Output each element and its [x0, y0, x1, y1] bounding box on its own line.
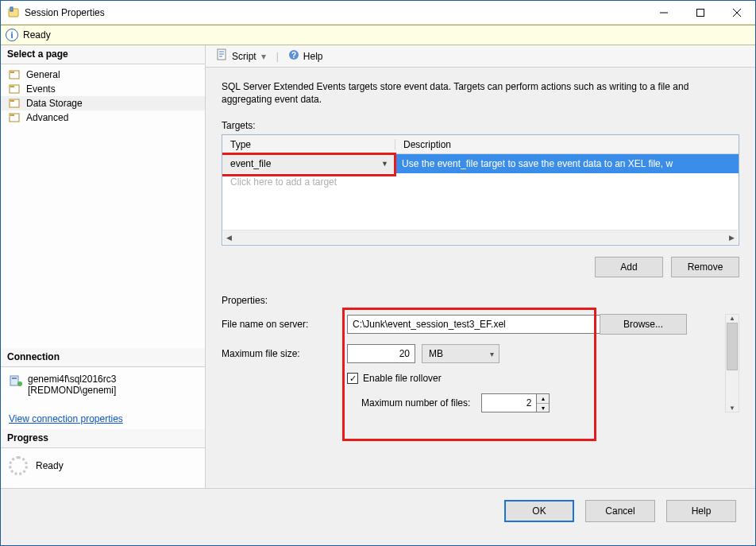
scroll-left-icon[interactable]: ◀ — [226, 234, 232, 242]
svg-point-16 — [17, 381, 22, 386]
horizontal-scrollbar[interactable]: ◀ ▶ — [223, 230, 738, 244]
page-label: General — [26, 69, 60, 80]
max-files-input[interactable] — [481, 393, 537, 412]
right-panel: Script ▾ | ? Help SQL Server Extended Ev… — [206, 45, 755, 488]
status-strip: i Ready — [1, 25, 755, 45]
page-icon — [9, 112, 21, 123]
svg-rect-7 — [10, 72, 14, 73]
svg-rect-15 — [12, 378, 17, 379]
browse-button[interactable]: Browse... — [600, 314, 687, 335]
minimize-button[interactable] — [646, 1, 682, 25]
content-area: SQL Server Extended Events targets store… — [206, 68, 755, 488]
scroll-down-icon[interactable]: ▼ — [729, 405, 735, 412]
script-button[interactable]: Script ▾ — [210, 46, 273, 66]
info-icon: i — [6, 29, 18, 41]
file-name-label: File name on server: — [222, 319, 341, 330]
close-button[interactable] — [719, 1, 755, 25]
maximize-button[interactable] — [682, 1, 719, 25]
enable-rollover-label: Enable file rollover — [363, 373, 442, 384]
svg-rect-3 — [697, 9, 704, 16]
page-item-advanced[interactable]: Advanced — [1, 110, 205, 125]
page-icon — [9, 98, 21, 109]
status-text: Ready — [23, 29, 51, 41]
ok-button[interactable]: OK — [504, 500, 574, 522]
page-label: Data Storage — [26, 98, 83, 109]
max-size-label: Maximum file size: — [222, 348, 341, 359]
grid-row[interactable]: event_file ▼ Use the event_file target t… — [222, 154, 739, 173]
connection-server: genemi4f\sql2016rc3 — [9, 374, 197, 385]
page-icon — [9, 69, 21, 80]
page-description: SQL Server Extended Events targets store… — [222, 80, 739, 106]
targets-grid: Type Description event_file ▼ Use the ev… — [222, 134, 739, 246]
help-button[interactable]: Help — [666, 500, 736, 522]
target-description-cell[interactable]: Use the event_file target to save the ev… — [395, 154, 739, 173]
window-title: Session Properties — [25, 7, 105, 18]
target-type-value: event_file — [230, 158, 271, 169]
cancel-button[interactable]: Cancel — [585, 500, 655, 522]
scroll-up-icon[interactable]: ▲ — [729, 315, 735, 322]
column-header-description[interactable]: Description — [395, 139, 739, 150]
enable-rollover-checkbox[interactable]: ✓ — [347, 373, 358, 384]
page-icon — [9, 83, 21, 95]
svg-rect-1 — [10, 7, 13, 11]
scroll-right-icon[interactable]: ▶ — [729, 234, 735, 242]
grid-header: Type Description — [222, 135, 739, 154]
scrollbar-thumb[interactable] — [727, 323, 738, 370]
svg-rect-11 — [10, 100, 14, 102]
page-label: Events — [26, 83, 56, 95]
max-files-label: Maximum number of files: — [361, 397, 470, 409]
svg-rect-9 — [10, 86, 14, 87]
max-files-stepper[interactable]: ▲▼ — [481, 393, 550, 412]
title-bar: Session Properties — [1, 1, 755, 25]
target-type-dropdown[interactable]: event_file ▼ — [222, 154, 395, 173]
dropdown-icon[interactable]: ▾ — [260, 51, 268, 62]
svg-text:?: ? — [291, 51, 296, 60]
spinner-buttons[interactable]: ▲▼ — [537, 393, 550, 412]
svg-rect-14 — [10, 376, 18, 385]
help-label: Help — [303, 51, 323, 62]
help-icon: ? — [287, 48, 300, 64]
app-icon — [7, 6, 20, 19]
server-icon — [9, 374, 23, 390]
page-item-events[interactable]: Events — [1, 82, 205, 96]
properties-label: Properties: — [222, 295, 739, 306]
dialog-footer: OK Cancel Help — [1, 488, 755, 532]
spinner-icon — [9, 456, 28, 475]
help-button[interactable]: ? Help — [282, 46, 329, 66]
size-unit-select[interactable]: MB — [422, 344, 499, 363]
page-item-general[interactable]: General — [1, 68, 205, 82]
connection-info: genemi4f\sql2016rc3 [REDMOND\genemi] — [1, 367, 205, 402]
chevron-down-icon: ▼ — [381, 160, 388, 168]
max-size-input[interactable] — [347, 344, 415, 363]
select-page-header: Select a page — [1, 45, 205, 64]
remove-button[interactable]: Remove — [671, 257, 739, 277]
connection-header: Connection — [1, 348, 205, 367]
vertical-scrollbar[interactable]: ▲ ▼ — [725, 314, 739, 412]
connection-user: [REDMOND\genemi] — [9, 385, 197, 396]
targets-label: Targets: — [222, 120, 739, 131]
page-item-data-storage[interactable]: Data Storage — [1, 96, 205, 110]
add-remove-row: Add Remove — [222, 257, 739, 277]
file-name-input[interactable] — [347, 315, 633, 334]
column-header-type[interactable]: Type — [222, 139, 395, 150]
progress-text: Ready — [36, 460, 64, 471]
view-connection-properties-link[interactable]: View connection properties — [1, 402, 205, 429]
properties-form: File name on server: Browse... Maximum f… — [222, 314, 725, 412]
size-unit-value: MB — [429, 348, 443, 359]
page-list: General Events Data Storage Advanced — [1, 64, 205, 133]
toolbar: Script ▾ | ? Help — [206, 45, 755, 68]
progress-body: Ready — [1, 448, 205, 488]
svg-rect-13 — [10, 114, 14, 116]
page-label: Advanced — [26, 112, 68, 123]
script-icon — [216, 48, 229, 64]
left-panel: Select a page General Events Data Storag… — [1, 45, 206, 488]
add-button[interactable]: Add — [595, 257, 663, 277]
progress-header: Progress — [1, 429, 205, 448]
window-controls — [646, 1, 755, 25]
add-target-placeholder[interactable]: Click here to add a target — [222, 173, 739, 191]
script-label: Script — [232, 51, 256, 62]
